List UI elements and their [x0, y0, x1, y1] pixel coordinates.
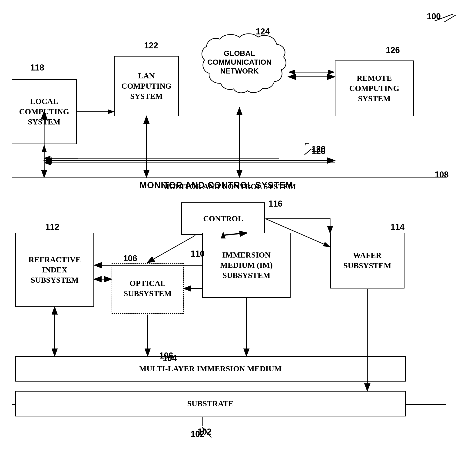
svg-text:GLOBAL: GLOBAL	[224, 49, 255, 58]
ref-102: 102	[198, 427, 212, 437]
substrate-box: SUBSTRATE	[15, 391, 406, 416]
ref-100: 100	[427, 12, 441, 21]
ref-126: 126	[386, 45, 400, 55]
refractive-index-box: REFRACTIVE INDEX SUBSYSTEM	[15, 233, 94, 307]
ref-112: 112	[45, 222, 59, 232]
local-computing-box: LOCAL COMPUTING SYSTEM	[12, 79, 77, 144]
ref-118: 118	[30, 63, 44, 73]
ref-110: 110	[191, 249, 204, 259]
ref-108: 108	[435, 170, 449, 180]
lan-computing-box: LAN COMPUTING SYSTEM	[114, 56, 179, 116]
diagram: 100 LOCAL COMPUTING SYSTEM 118 LAN COMPU…	[0, 0, 464, 476]
svg-text:COMMUNICATION: COMMUNICATION	[207, 58, 272, 66]
svg-text:NETWORK: NETWORK	[220, 67, 259, 75]
ref-114: 114	[391, 222, 405, 232]
ref-104: 104	[163, 354, 177, 363]
ref-122: 122	[144, 41, 158, 50]
ref-116: 116	[269, 199, 282, 209]
control-box: CONTROL	[181, 202, 265, 235]
immersion-medium-box: IMMERSION MEDIUM (IM) SUBSYSTEM	[202, 233, 290, 298]
multi-layer-box: MULTI-LAYER IMMERSION MEDIUM	[15, 356, 406, 382]
remote-computing-box: REMOTE COMPUTING SYSTEM	[335, 60, 414, 116]
ref-124: 124	[256, 27, 270, 37]
ref-120-bracket: ⌐	[305, 139, 309, 148]
optical-subsystem-box: OPTICAL SUBSYSTEM	[112, 263, 184, 314]
ref-120: 120	[311, 144, 325, 154]
global-network-cloud: GLOBAL COMMUNICATION NETWORK	[191, 30, 288, 107]
ref-106: 106	[123, 254, 137, 263]
wafer-subsystem-box: WAFER SUBSYSTEM	[330, 233, 405, 288]
monitor-control-label: MONITOR AND CONTROL SYSTEM	[162, 182, 296, 191]
